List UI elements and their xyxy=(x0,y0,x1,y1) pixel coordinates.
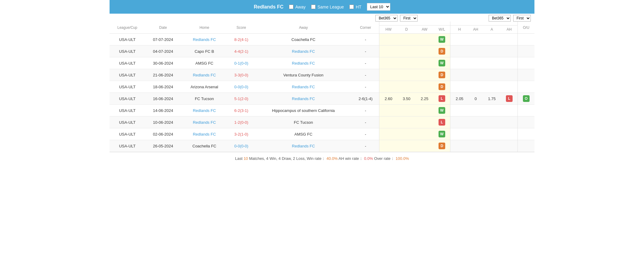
result-badge: D xyxy=(439,72,445,78)
wl-cell: W xyxy=(434,128,450,140)
a-cell: 1.75 xyxy=(483,93,501,105)
result-badge: L xyxy=(439,95,445,102)
top-row: Bet365 First Bet365 First xyxy=(110,14,534,22)
date-cell: 04-07-2024 xyxy=(145,46,181,57)
a-cell xyxy=(483,128,501,140)
ou-cell xyxy=(518,140,534,152)
result-badge: D xyxy=(439,143,445,149)
date-cell: 30-06-2024 xyxy=(145,57,181,69)
ou-cell xyxy=(518,128,534,140)
a-cell xyxy=(483,57,501,69)
away-cell[interactable]: Redlands FC xyxy=(255,46,352,57)
col-ou: O/U xyxy=(518,22,534,34)
aw-cell xyxy=(415,34,433,46)
score-cell: 4-4(2-1) xyxy=(228,46,255,57)
ah-cell xyxy=(469,69,483,81)
date-cell: 16-06-2024 xyxy=(145,93,181,105)
score-cell: 3-2(1-0) xyxy=(228,128,255,140)
footer-count: 10 xyxy=(244,156,248,161)
league-cell: USA-ULT xyxy=(110,57,145,69)
ou-cell: O xyxy=(518,93,534,105)
ah2-cell: L xyxy=(501,93,517,105)
home-cell: Arizona Arsenal xyxy=(181,81,228,93)
ou-cell xyxy=(518,81,534,93)
col-aw: AW xyxy=(415,25,433,34)
date-cell: 14-06-2024 xyxy=(145,105,181,116)
ht-checkbox[interactable] xyxy=(349,5,354,9)
first-select-2[interactable]: First xyxy=(513,15,531,22)
ah-cell: 0 xyxy=(469,93,483,105)
footer-ah-rate: 0.0% xyxy=(364,156,373,161)
corner-cell: - xyxy=(352,105,379,116)
ah2-cell xyxy=(501,128,517,140)
col-ah: AH xyxy=(469,25,483,34)
home-cell[interactable]: Redlands FC xyxy=(181,105,228,116)
wl-cell: L xyxy=(434,116,450,128)
h-cell xyxy=(450,105,469,116)
matches-table: League/Cup Date Home Score Away Corner O… xyxy=(110,22,534,152)
wl-cell: D xyxy=(434,140,450,152)
ou-cell xyxy=(518,116,534,128)
same-league-checkbox-label[interactable]: Same League xyxy=(311,5,344,9)
col-ah2: AH xyxy=(501,25,517,34)
hw-cell xyxy=(379,69,398,81)
ou-cell xyxy=(518,46,534,57)
ah2-cell xyxy=(501,81,517,93)
away-checkbox-label[interactable]: Away xyxy=(289,5,306,9)
h-cell xyxy=(450,34,469,46)
corner-cell: - xyxy=(352,81,379,93)
away-cell[interactable]: Redlands FC xyxy=(255,140,352,152)
home-cell[interactable]: Redlands FC xyxy=(181,116,228,128)
footer-win-rate: 40.0% xyxy=(327,156,338,161)
away-checkbox[interactable] xyxy=(289,5,293,9)
footer-text2: AH win rate： xyxy=(339,156,363,161)
ou-cell xyxy=(518,69,534,81)
col-league: League/Cup xyxy=(110,22,145,34)
league-cell: USA-ULT xyxy=(110,128,145,140)
corner-cell: - xyxy=(352,69,379,81)
hw-cell xyxy=(379,57,398,69)
date-cell: 02-06-2024 xyxy=(145,128,181,140)
ah2-cell xyxy=(501,57,517,69)
ah-cell xyxy=(469,140,483,152)
same-league-label: Same League xyxy=(317,5,344,9)
last-select[interactable]: Last 10 Last 5 Last 20 xyxy=(367,3,390,11)
away-cell[interactable]: Redlands FC xyxy=(255,93,352,105)
away-cell[interactable]: Redlands FC xyxy=(255,81,352,93)
bet365-select-2[interactable]: Bet365 xyxy=(489,15,511,22)
home-cell[interactable]: Redlands FC xyxy=(181,69,228,81)
ah-cell xyxy=(469,116,483,128)
corner-cell: - xyxy=(352,140,379,152)
wl-cell: W xyxy=(434,57,450,69)
away-cell[interactable]: Redlands FC xyxy=(255,57,352,69)
ah2-cell xyxy=(501,116,517,128)
home-cell: Capo FC B xyxy=(181,46,228,57)
aw-cell xyxy=(415,69,433,81)
away-cell: Ventura County Fusion xyxy=(255,69,352,81)
col-score: Score xyxy=(228,22,255,34)
ht-checkbox-label[interactable]: HT xyxy=(349,5,361,9)
wl-cell: D xyxy=(434,46,450,57)
bet365-select-1[interactable]: Bet365 xyxy=(375,15,398,22)
hw-cell xyxy=(379,81,398,93)
home-cell: AMSG FC xyxy=(181,57,228,69)
score-cell: 3-3(0-0) xyxy=(228,69,255,81)
score-cell: 0-0(0-0) xyxy=(228,81,255,93)
d-cell xyxy=(398,69,415,81)
h-cell xyxy=(450,46,469,57)
a-cell xyxy=(483,34,501,46)
same-league-checkbox[interactable] xyxy=(311,5,316,9)
home-cell[interactable]: Redlands FC xyxy=(181,128,228,140)
d-cell xyxy=(398,128,415,140)
col-bet365-group-2 xyxy=(450,22,518,25)
home-cell[interactable]: Redlands FC xyxy=(181,34,228,46)
score-cell: 5-1(2-0) xyxy=(228,93,255,105)
date-cell: 18-06-2024 xyxy=(145,81,181,93)
result-badge: W xyxy=(439,60,445,66)
first-select-1[interactable]: First xyxy=(400,15,418,22)
ou-cell xyxy=(518,105,534,116)
ah2-cell xyxy=(501,69,517,81)
hw-cell xyxy=(379,116,398,128)
ou-cell xyxy=(518,34,534,46)
col-corner: Corner xyxy=(352,22,379,34)
